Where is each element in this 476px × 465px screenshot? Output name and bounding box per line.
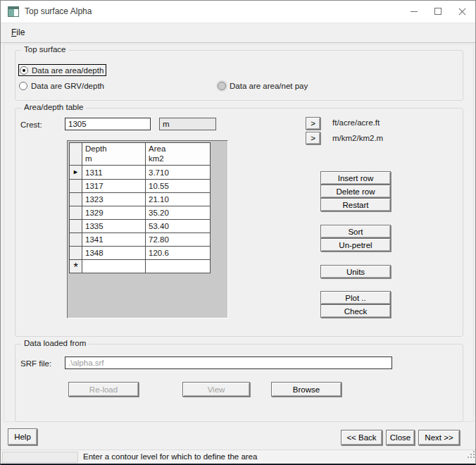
row-selector[interactable]: *	[70, 260, 82, 273]
back-button[interactable]: << Back	[341, 430, 382, 445]
unit-switch-m-button[interactable]: >	[306, 132, 320, 144]
units-button[interactable]: Units	[320, 265, 391, 278]
sort-button[interactable]: Sort	[320, 225, 391, 238]
current-row-arrow-icon: ►	[73, 168, 79, 175]
table-header-row: Depth m Area km2	[70, 143, 211, 166]
reload-button[interactable]: Re-load	[68, 382, 139, 397]
group-data-loaded: Data loaded from SRF file: Re-load View …	[15, 344, 463, 422]
minimize-icon	[411, 11, 418, 12]
maximize-icon	[434, 8, 441, 15]
radio-selected-icon	[20, 66, 28, 75]
status-message: Enter a contour level for which to defin…	[83, 450, 257, 464]
crest-unit-field[interactable]	[159, 118, 216, 130]
minimize-button[interactable]	[402, 1, 426, 23]
area-depth-table: Depth m Area km2 ►13113.710131710.551323…	[69, 142, 211, 273]
group-top-surface: Top surface Data are area/depth Data are…	[15, 50, 463, 101]
group-area-depth-legend: Area/depth table	[21, 103, 86, 111]
window-title: Top surface Alpha	[25, 1, 92, 23]
row-selector[interactable]	[70, 193, 82, 206]
area-cell[interactable]: 72.80	[146, 233, 211, 247]
depth-cell[interactable]: 1311	[82, 166, 146, 180]
group-area-depth-table: Area/depth table Crest: > > ft/acre/acre…	[15, 108, 463, 337]
srf-file-label: SRF file:	[20, 359, 51, 368]
un-petrel-button[interactable]: Un-petrel	[320, 238, 391, 252]
statusbar: Enter a contour level for which to defin…	[1, 450, 476, 464]
unit-caption-ft: ft/acre/acre.ft	[332, 118, 380, 127]
row-selector[interactable]	[70, 220, 82, 233]
view-button[interactable]: View	[182, 382, 250, 397]
radio-label: Data are area/net pay	[230, 82, 308, 90]
radio-data-area-net-pay[interactable]: Data are area/net pay	[218, 80, 308, 92]
area-depth-table-body: ►13113.710131710.55132321.10132935.20133…	[70, 166, 211, 273]
depth-cell[interactable]	[82, 260, 146, 273]
maximize-button[interactable]	[426, 1, 450, 23]
row-selector-header	[70, 143, 82, 166]
area-cell[interactable]: 120.6	[146, 247, 211, 260]
resize-grip-icon[interactable]	[468, 457, 469, 458]
radio-label: Data are area/depth	[32, 66, 104, 75]
depth-cell[interactable]: 1348	[82, 247, 146, 260]
help-button[interactable]: Help	[8, 428, 37, 445]
menubar: File	[1, 23, 475, 43]
depth-cell[interactable]: 1323	[82, 193, 146, 206]
close-button[interactable]: Close	[386, 430, 415, 445]
area-cell[interactable]: 3.710	[146, 166, 211, 180]
area-cell[interactable]: 21.10	[146, 193, 211, 206]
table-row: ►13113.710	[70, 166, 211, 180]
area-cell[interactable]: 53.40	[146, 220, 211, 233]
menu-file[interactable]: File	[5, 23, 31, 42]
table-row: 132935.20	[70, 206, 211, 220]
titlebar: Top surface Alpha	[1, 1, 475, 23]
data-grid-panel: Depth m Area km2 ►13113.710131710.551323…	[67, 140, 228, 318]
depth-cell[interactable]: 1341	[82, 233, 146, 247]
crest-input[interactable]	[65, 118, 151, 130]
row-selector[interactable]	[70, 180, 82, 193]
browse-button[interactable]: Browse	[271, 382, 342, 397]
depth-cell[interactable]: 1335	[82, 220, 146, 233]
radio-disabled-icon	[218, 82, 226, 90]
check-button[interactable]: Check	[320, 304, 391, 318]
status-left-panel	[2, 452, 78, 463]
row-selector[interactable]	[70, 247, 82, 260]
plot-button[interactable]: Plot ..	[320, 291, 391, 304]
depth-cell[interactable]: 1317	[82, 180, 146, 193]
radio-label: Data are GRV/depth	[31, 82, 104, 90]
delete-row-button[interactable]: Delete row	[320, 185, 391, 198]
window-controls	[402, 1, 474, 23]
group-top-surface-legend: Top surface	[21, 45, 68, 54]
table-row: 133553.40	[70, 220, 211, 233]
table-row: 1348120.6	[70, 247, 211, 260]
table-row: 134172.80	[70, 233, 211, 247]
insert-row-button[interactable]: Insert row	[320, 171, 391, 185]
crest-label: Crest:	[20, 120, 42, 129]
radio-data-area-depth[interactable]: Data are area/depth	[18, 64, 106, 76]
restart-button[interactable]: Restart	[320, 198, 391, 211]
column-header-depth: Depth m	[82, 143, 146, 166]
row-selector[interactable]	[70, 206, 82, 220]
srf-file-input[interactable]	[65, 356, 392, 369]
depth-cell[interactable]: 1329	[82, 206, 146, 220]
new-row-asterisk-icon: *	[73, 261, 77, 273]
area-cell[interactable]: 10.55	[146, 180, 211, 193]
next-button[interactable]: Next >>	[418, 430, 460, 445]
unit-caption-m: m/km2/km2.m	[332, 134, 383, 142]
group-data-loaded-legend: Data loaded from	[21, 339, 89, 347]
row-selector[interactable]: ►	[70, 166, 82, 180]
radio-unselected-icon	[19, 82, 27, 90]
app-icon	[8, 6, 19, 17]
radio-data-grv-depth[interactable]: Data are GRV/depth	[19, 80, 104, 92]
dialog-window: Top surface Alpha File Top surface Data …	[0, 0, 476, 465]
area-cell[interactable]: 35.20	[146, 206, 211, 220]
area-cell[interactable]	[146, 260, 211, 273]
unit-switch-ft-button[interactable]: >	[306, 117, 320, 130]
table-row: 132321.10	[70, 193, 211, 206]
column-header-area: Area km2	[146, 143, 211, 166]
table-row: *	[70, 260, 211, 273]
table-row: 131710.55	[70, 180, 211, 193]
close-window-button[interactable]	[450, 1, 474, 23]
row-selector[interactable]	[70, 233, 82, 247]
